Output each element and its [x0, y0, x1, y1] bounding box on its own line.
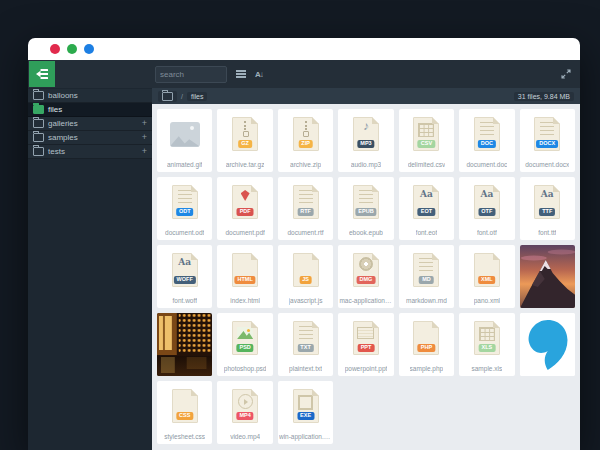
- file-name: powerpoint.ppt: [345, 363, 388, 376]
- file-tile[interactable]: EXEwin-application.exe: [278, 381, 333, 444]
- file-icon-area: AaWOFF: [157, 245, 212, 295]
- window-minimize-button[interactable]: [67, 44, 77, 54]
- file-name: font.ttf: [538, 227, 556, 240]
- document-icon: PPT: [353, 321, 379, 355]
- sidebar-item-label: tests: [48, 147, 65, 156]
- file-tile[interactable]: DMGmac-application.d…: [338, 245, 393, 308]
- file-tile[interactable]: ODTdocument.odt: [157, 177, 212, 240]
- file-name: index.html: [230, 295, 260, 308]
- lines-glyph: [359, 190, 373, 205]
- file-tile[interactable]: XMLpano.xml: [459, 245, 514, 308]
- document-icon: MD: [413, 253, 439, 287]
- file-tile[interactable]: RTFdocument.rtf: [278, 177, 333, 240]
- file-tile[interactable]: AaTTFfont.ttf: [520, 177, 575, 240]
- sidebar-item-balloons[interactable]: balloons: [28, 89, 152, 103]
- file-tile[interactable]: PHPsample.php: [399, 313, 454, 376]
- sidebar-item-samples[interactable]: samples+: [28, 131, 152, 145]
- document-icon: ♪MP3: [353, 117, 379, 151]
- file-manager-app: A↓ balloonsfilesgalleries+samples+tests+…: [28, 60, 580, 450]
- app-logo-button[interactable]: [29, 61, 55, 87]
- file-tile[interactable]: MP4video.mp4: [217, 381, 272, 444]
- file-tile[interactable]: EPUBebook.epub: [338, 177, 393, 240]
- file-name: delimited.csv: [408, 159, 446, 172]
- expand-plus-icon[interactable]: +: [142, 119, 147, 128]
- document-icon: GZ: [232, 117, 258, 151]
- filetype-badge: PSD: [236, 344, 253, 353]
- file-icon-area: PPT: [338, 313, 393, 363]
- file-name: stylesheet.css: [164, 431, 205, 444]
- file-icon-area: ODT: [157, 177, 212, 227]
- file-tile[interactable]: TXTplaintext.txt: [278, 313, 333, 376]
- file-name: sample.xls: [471, 363, 502, 376]
- file-name: plaintext.txt: [289, 363, 322, 376]
- file-tile[interactable]: DOCdocument.doc: [459, 109, 514, 172]
- file-tile[interactable]: CSVdelimited.csv: [399, 109, 454, 172]
- file-tile-photo-interior[interactable]: [157, 313, 212, 376]
- file-icon-area: XML: [459, 245, 514, 295]
- file-name: archive.zip: [290, 159, 321, 172]
- file-tile[interactable]: PSDphotoshop.psd: [217, 313, 272, 376]
- file-name: ebook.epub: [349, 227, 383, 240]
- window-close-button[interactable]: [50, 44, 60, 54]
- browser-window: A↓ balloonsfilesgalleries+samples+tests+…: [28, 38, 580, 450]
- file-tile[interactable]: DOCXdocument.docx: [520, 109, 575, 172]
- file-tile[interactable]: XLSsample.xls: [459, 313, 514, 376]
- sidebar-item-label: galleries: [48, 119, 78, 128]
- file-tile[interactable]: AaWOFFfont.woff: [157, 245, 212, 308]
- filetype-badge: HTML: [234, 276, 255, 285]
- fullscreen-button[interactable]: [561, 69, 571, 79]
- file-name: mac-application.d…: [339, 295, 392, 308]
- disc-glyph: [359, 257, 373, 271]
- document-icon: DMG: [353, 253, 379, 287]
- lines-glyph: [178, 190, 192, 205]
- file-tile[interactable]: AaEOTfont.eot: [399, 177, 454, 240]
- file-name: document.pdf: [225, 227, 264, 240]
- file-tile-photo-logo[interactable]: [520, 313, 575, 376]
- document-icon: CSV: [413, 117, 439, 151]
- filetype-badge: OTF: [478, 208, 495, 217]
- file-icon-area: EPUB: [338, 177, 393, 227]
- file-tile[interactable]: animated.gif: [157, 109, 212, 172]
- mountain-photo: [520, 245, 575, 308]
- blue-logo-image: [520, 313, 575, 376]
- sidebar-item-galleries[interactable]: galleries+: [28, 117, 152, 131]
- file-tile[interactable]: ♪MP3audio.mp3: [338, 109, 393, 172]
- list-view-icon: [236, 70, 246, 78]
- filetype-badge: XLS: [478, 344, 495, 353]
- file-tile[interactable]: HTMLindex.html: [217, 245, 272, 308]
- breadcrumb-current-folder[interactable]: files: [187, 92, 207, 101]
- expand-plus-icon[interactable]: +: [142, 147, 147, 156]
- view-toggle-button[interactable]: [236, 70, 246, 78]
- sidebar-item-label: samples: [48, 133, 78, 142]
- document-icon: PDF: [232, 185, 258, 219]
- file-tile[interactable]: ZIParchive.zip: [278, 109, 333, 172]
- lines-glyph: [540, 122, 554, 137]
- file-tile-photo-mountain[interactable]: [520, 245, 575, 308]
- file-icon-area: XLS: [459, 313, 514, 363]
- filetype-badge: MP4: [236, 412, 253, 421]
- file-tile[interactable]: CSSstylesheet.css: [157, 381, 212, 444]
- filetype-badge: PDF: [237, 208, 254, 217]
- file-tile[interactable]: JSjavascript.js: [278, 245, 333, 308]
- document-icon: PSD: [232, 321, 258, 355]
- expand-plus-icon[interactable]: +: [142, 133, 147, 142]
- file-tile[interactable]: GZarchive.tar.gz: [217, 109, 272, 172]
- file-tile[interactable]: PDFdocument.pdf: [217, 177, 272, 240]
- content-pane: / files 31 files, 9.84 MB animated.gifGZ…: [152, 88, 580, 450]
- sidebar-item-tests[interactable]: tests+: [28, 145, 152, 159]
- root-folder-chip[interactable]: [158, 91, 177, 102]
- file-tile[interactable]: AaOTFfont.otf: [459, 177, 514, 240]
- window-maximize-button[interactable]: [84, 44, 94, 54]
- filetype-badge: DMG: [357, 276, 376, 285]
- search-input[interactable]: [155, 66, 227, 83]
- file-tile[interactable]: PPTpowerpoint.ppt: [338, 313, 393, 376]
- photo-thumbnail: [157, 313, 212, 376]
- file-icon-area: ♪MP3: [338, 109, 393, 159]
- sidebar-item-files[interactable]: files: [28, 103, 152, 117]
- document-icon: RTF: [293, 185, 319, 219]
- file-tile[interactable]: MDmarkdown.md: [399, 245, 454, 308]
- sort-alpha-button[interactable]: A↓: [255, 70, 263, 79]
- filetype-badge: MP3: [357, 140, 374, 149]
- document-icon: AaTTF: [534, 185, 560, 219]
- file-name: sample.php: [410, 363, 444, 376]
